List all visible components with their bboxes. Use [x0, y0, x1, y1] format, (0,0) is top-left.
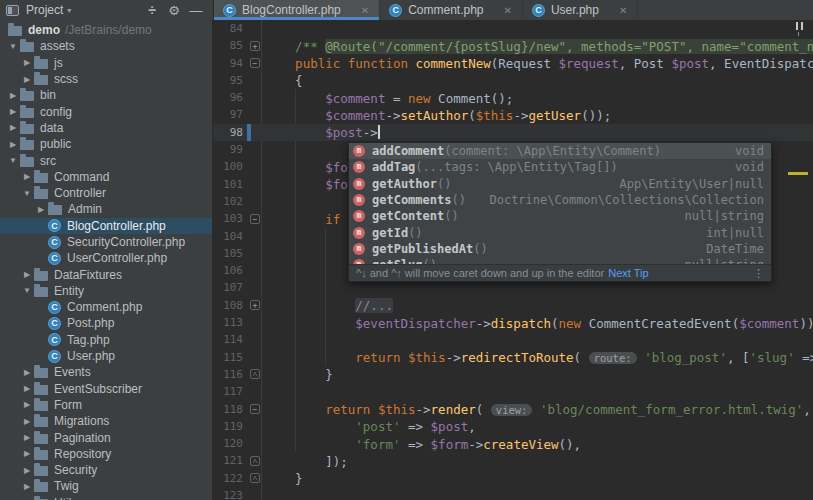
fold-marker-icon[interactable]: ˄: [250, 473, 260, 483]
code-editor[interactable]: 8485+ /** @Route("/comment/{postSlug}/ne…: [213, 20, 813, 500]
sidebar-item-public[interactable]: ▶public: [0, 136, 212, 152]
completion-item-addTag[interactable]: maddTag(...tags: \App\Entity\Tag[])void: [349, 159, 771, 175]
code-line-96[interactable]: 96 $comment = new Comment();: [213, 89, 813, 106]
sidebar-item-src[interactable]: ▼src: [0, 152, 212, 168]
chevron-collapsed-icon[interactable]: ▶: [6, 91, 20, 100]
sidebar-item-Pagination[interactable]: ▶Pagination: [0, 429, 212, 445]
chevron-down-icon[interactable]: ▾: [67, 6, 71, 15]
completion-item-getContent[interactable]: mgetContent()null|string: [349, 208, 771, 224]
sidebar-item-Form[interactable]: ▶Form: [0, 397, 212, 413]
sidebar-item-Events[interactable]: ▶Events: [0, 364, 212, 380]
chevron-collapsed-icon[interactable]: ▶: [20, 270, 34, 279]
gear-icon[interactable]: ⚙: [163, 3, 185, 18]
fold-marker-icon[interactable]: +: [250, 300, 260, 310]
sidebar-item-DataFixtures[interactable]: ▶DataFixtures: [0, 266, 212, 282]
chevron-expanded-icon[interactable]: ▼: [6, 42, 20, 51]
completion-item-getComments[interactable]: mgetComments()Doctrine\Common\Collection…: [349, 192, 771, 208]
chevron-expanded-icon[interactable]: ▼: [20, 189, 34, 198]
fold-marker-icon[interactable]: ˄: [250, 369, 260, 379]
fold-marker-icon[interactable]: −: [250, 214, 260, 224]
sidebar-item-Migrations[interactable]: ▶Migrations: [0, 413, 212, 429]
chevron-collapsed-icon[interactable]: ▶: [20, 433, 34, 442]
code-line-95[interactable]: 95 {: [213, 72, 813, 89]
tab-BlogController.php[interactable]: CBlogController.php✕: [214, 0, 380, 20]
chevron-collapsed-icon[interactable]: ▶: [6, 107, 20, 116]
chevron-collapsed-icon[interactable]: ▶: [20, 482, 34, 491]
sidebar-item-bin[interactable]: ▶bin: [0, 87, 212, 103]
fold-marker-icon[interactable]: −: [250, 404, 260, 414]
sidebar-item-User.php[interactable]: CUser.php: [0, 348, 212, 364]
code-line-118[interactable]: 118− return $this->render( view: 'blog/c…: [213, 401, 813, 418]
sidebar-item-scss[interactable]: ▶scss: [0, 71, 212, 87]
code-line-116[interactable]: 116˄ }: [213, 366, 813, 383]
sidebar-item-Command[interactable]: ▶Command: [0, 169, 212, 185]
sidebar-item-Utils[interactable]: ▶Utils: [0, 495, 212, 500]
sidebar-item-Controller[interactable]: ▼Controller: [0, 185, 212, 201]
close-icon[interactable]: ✕: [504, 5, 512, 16]
sidebar-item-EventSubscriber[interactable]: ▶EventSubscriber: [0, 381, 212, 397]
close-icon[interactable]: ✕: [619, 5, 627, 16]
sidebar-item-config[interactable]: ▶config: [0, 103, 212, 119]
chevron-collapsed-icon[interactable]: ▶: [20, 368, 34, 377]
code-line-113[interactable]: 113 $eventDispatcher->dispatch(new Comme…: [213, 314, 813, 331]
chevron-collapsed-icon[interactable]: ▶: [20, 449, 34, 458]
chevron-collapsed-icon[interactable]: ▶: [20, 384, 34, 393]
code-line-123[interactable]: 123: [213, 487, 813, 500]
code-line-120[interactable]: 120 'form' => $form->createView(),: [213, 435, 813, 452]
chevron-expanded-icon[interactable]: ▼: [20, 286, 34, 295]
code-line-115[interactable]: 115 return $this->redirectToRoute( route…: [213, 349, 813, 366]
chevron-collapsed-icon[interactable]: ▶: [20, 466, 34, 475]
sidebar-item-demo[interactable]: demo /JetBrains/demo: [0, 22, 212, 38]
code-line-108[interactable]: 108+ //...: [213, 297, 813, 314]
code-line-85[interactable]: 85+ /** @Route("/comment/{postSlug}/new"…: [213, 37, 813, 54]
sidebar-item-Twig[interactable]: ▶Twig: [0, 478, 212, 494]
sidebar-item-data[interactable]: ▶data: [0, 120, 212, 136]
chevron-collapsed-icon[interactable]: ▶: [34, 205, 48, 214]
chevron-expanded-icon[interactable]: ▼: [6, 156, 20, 165]
sidebar-item-BlogController.php[interactable]: CBlogController.php: [0, 218, 212, 234]
code-line-114[interactable]: 114: [213, 331, 813, 348]
completion-item-addComment[interactable]: maddComment(comment: \App\Entity\Comment…: [349, 143, 771, 159]
sidebar-item-UserController.php[interactable]: CUserController.php: [0, 250, 212, 266]
code-line-84[interactable]: 84: [213, 20, 813, 37]
tab-Comment.php[interactable]: CComment.php✕: [380, 0, 523, 20]
code-line-98[interactable]: 98 $post->: [213, 124, 813, 141]
completion-item-getId[interactable]: mgetId()int|null: [349, 224, 771, 240]
sidebar-item-assets[interactable]: ▼assets: [0, 38, 212, 54]
chevron-collapsed-icon[interactable]: ▶: [20, 58, 34, 67]
sidebar-item-js[interactable]: ▶js: [0, 55, 212, 71]
code-line-107[interactable]: 107: [213, 279, 813, 296]
more-options-icon[interactable]: ⋮: [753, 267, 764, 280]
chevron-collapsed-icon[interactable]: ▶: [20, 400, 34, 409]
project-title[interactable]: Project: [26, 3, 63, 17]
sidebar-item-Security[interactable]: ▶Security: [0, 462, 212, 478]
fold-marker-icon[interactable]: +: [250, 41, 260, 51]
tab-User.php[interactable]: CUser.php✕: [523, 0, 638, 20]
completion-item-getPublishedAt[interactable]: mgetPublishedAt()DateTime: [349, 241, 771, 257]
chevron-collapsed-icon[interactable]: ▶: [20, 417, 34, 426]
chevron-collapsed-icon[interactable]: ▶: [6, 140, 20, 149]
code-line-97[interactable]: 97 $comment->setAuthor($this->getUser())…: [213, 106, 813, 123]
collapse-all-icon[interactable]: ÷: [141, 2, 163, 18]
next-tip-link[interactable]: Next Tip: [608, 267, 648, 279]
chevron-collapsed-icon[interactable]: ▶: [20, 75, 34, 84]
close-icon[interactable]: ✕: [361, 5, 369, 16]
sidebar-item-Tag.php[interactable]: CTag.php: [0, 332, 212, 348]
code-line-121[interactable]: 121˄ ]);: [213, 452, 813, 469]
sidebar-item-Entity[interactable]: ▼Entity: [0, 283, 212, 299]
fold-marker-icon[interactable]: −: [250, 58, 260, 68]
sidebar-item-SecurityController.php[interactable]: CSecurityController.php: [0, 234, 212, 250]
code-line-94[interactable]: 94− public function commentNew(Request $…: [213, 55, 813, 72]
sidebar-item-Comment.php[interactable]: CComment.php: [0, 299, 212, 315]
sidebar-item-Repository[interactable]: ▶Repository: [0, 446, 212, 462]
hide-panel-icon[interactable]: —: [185, 3, 207, 18]
code-line-119[interactable]: 119 'post' => $post,: [213, 418, 813, 435]
code-line-122[interactable]: 122˄ }: [213, 470, 813, 487]
completion-item-getAuthor[interactable]: mgetAuthor()App\Entity\User|null: [349, 176, 771, 192]
sidebar-item-Post.php[interactable]: CPost.php: [0, 315, 212, 331]
chevron-collapsed-icon[interactable]: ▶: [6, 123, 20, 132]
fold-marker-icon[interactable]: ˄: [250, 456, 260, 466]
chevron-collapsed-icon[interactable]: ▶: [20, 172, 34, 181]
sidebar-item-Admin[interactable]: ▶Admin: [0, 201, 212, 217]
code-line-117[interactable]: 117: [213, 383, 813, 400]
